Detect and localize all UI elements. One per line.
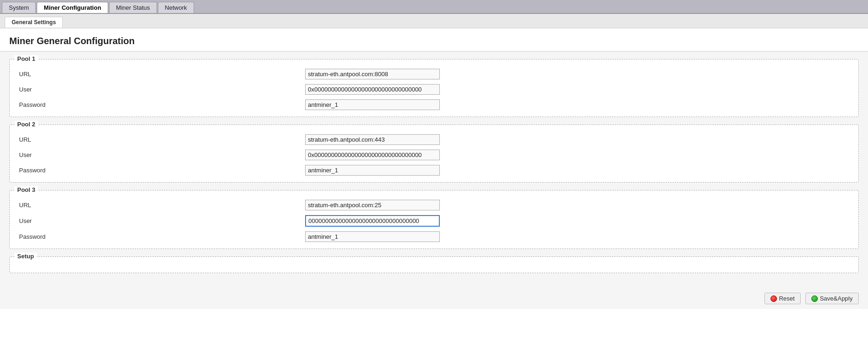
pool-3-url-label: URL	[17, 202, 305, 209]
pool-1-url-row: URL	[17, 69, 851, 79]
save-label: Save&Apply	[820, 295, 853, 302]
pool-3-password-label: Password	[17, 233, 305, 240]
main-content: General Settings Miner General Configura…	[0, 14, 868, 347]
form-area: Pool 1 URL User Password Pool 2 URL Use	[0, 52, 868, 288]
sub-tab-bar: General Settings	[0, 14, 868, 28]
pool-1-password-input[interactable]	[305, 99, 440, 110]
pool-2-user-input[interactable]	[305, 150, 440, 160]
pool-1-user-label: User	[17, 86, 305, 93]
pool-3-password-row: Password	[17, 231, 851, 242]
tab-miner-configuration[interactable]: Miner Configuration	[37, 2, 108, 13]
pool-1-password-label: Password	[17, 101, 305, 108]
save-icon	[811, 295, 818, 302]
pool-2-url-input[interactable]	[305, 134, 440, 145]
pool-2-legend: Pool 2	[14, 121, 38, 128]
setup-legend: Setup	[14, 253, 37, 260]
tab-miner-status[interactable]: Miner Status	[109, 2, 157, 13]
pool-2-section: Pool 2 URL User Password	[9, 124, 859, 183]
pool-3-password-input[interactable]	[305, 231, 440, 242]
pool-2-password-label: Password	[17, 167, 305, 174]
pool-2-url-label: URL	[17, 136, 305, 143]
reset-label: Reset	[779, 295, 795, 302]
pool-2-password-row: Password	[17, 165, 851, 176]
reset-button[interactable]: Reset	[764, 293, 801, 304]
pool-1-user-input[interactable]	[305, 84, 440, 95]
pool-1-section: Pool 1 URL User Password	[9, 59, 859, 117]
pool-1-url-label: URL	[17, 71, 305, 78]
sub-tab-general-settings[interactable]: General Settings	[5, 17, 63, 28]
tab-system[interactable]: System	[2, 2, 36, 13]
save-apply-button[interactable]: Save&Apply	[805, 293, 859, 304]
pool-2-user-label: User	[17, 151, 305, 158]
pool-1-url-input[interactable]	[305, 69, 440, 79]
pool-3-url-input[interactable]	[305, 200, 440, 210]
pool-2-password-input[interactable]	[305, 165, 440, 176]
setup-section: Setup	[9, 256, 859, 273]
pool-3-user-input[interactable]	[305, 215, 440, 227]
pool-1-user-row: User	[17, 84, 851, 95]
pool-2-url-row: URL	[17, 134, 851, 145]
page-title: Miner General Configuration	[0, 28, 868, 52]
pool-3-url-row: URL	[17, 200, 851, 210]
tab-network[interactable]: Network	[158, 2, 194, 13]
top-nav: System Miner Configuration Miner Status …	[0, 0, 868, 14]
pool-3-legend: Pool 3	[14, 186, 38, 193]
pool-3-user-row: User	[17, 215, 851, 227]
reset-icon	[770, 295, 777, 302]
pool-3-section: Pool 3 URL User Password	[9, 190, 859, 249]
pool-3-user-label: User	[17, 217, 305, 224]
pool-1-password-row: Password	[17, 99, 851, 110]
pool-1-legend: Pool 1	[14, 55, 38, 62]
pool-2-user-row: User	[17, 150, 851, 160]
action-bar: Reset Save&Apply	[0, 288, 868, 309]
